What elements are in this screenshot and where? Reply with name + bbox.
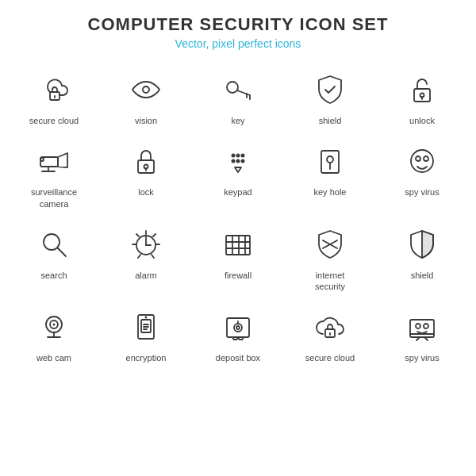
svg-line-41 [152,255,154,258]
svg-point-75 [424,324,428,328]
keypad-label: keypad [224,186,251,198]
secure-cloud2-icon [309,306,351,347]
svg-rect-57 [141,320,151,332]
icon-cell-deposit-box: deposit box [192,298,284,370]
lock-label: lock [138,186,154,198]
svg-point-20 [241,154,245,158]
svg-rect-66 [233,337,237,340]
shield-half-label: shield [411,270,434,281]
vision-label: vision [135,115,157,126]
svg-point-2 [143,86,149,93]
lock-icon [125,140,167,182]
svg-line-4 [237,90,250,95]
svg-point-23 [241,159,245,163]
key-icon [217,69,259,110]
shield-check-icon [309,69,351,110]
svg-point-21 [232,159,236,163]
svg-point-3 [227,82,238,93]
firewall-icon [217,224,259,265]
web-cam-icon [33,306,75,347]
icon-cell-encryption: encryption [100,298,192,370]
page-title: COMPUTER SECURITY ICON SET [88,14,389,35]
icon-cell-secure-cloud: secure cloud [8,61,100,132]
icon-cell-lock: lock [100,132,192,216]
internet-security-label: internetsecurity [315,270,345,293]
surveillance-camera-icon [33,140,75,182]
secure-cloud-icon [33,69,75,110]
icon-cell-vision: vision [100,61,192,132]
spy-virus2-label: spy virus [405,352,439,363]
keypad-icon [217,140,259,182]
vision-icon [125,69,167,110]
deposit-box-icon [217,306,259,347]
secure-cloud2-label: secure cloud [305,352,355,363]
page-subtitle: Vector, pixel perfect icons [88,37,389,50]
svg-point-19 [236,154,240,158]
encryption-icon [125,306,167,347]
search-icon [33,224,75,265]
svg-point-29 [424,156,428,161]
unlock-label: unlock [409,115,435,126]
svg-line-34 [136,234,139,236]
icon-grid: secure cloud vision key [8,61,468,370]
icon-cell-web-cam: web cam [8,298,100,370]
svg-rect-67 [239,337,243,340]
svg-marker-11 [58,153,67,167]
icon-cell-key-hole: key hole [284,132,376,216]
secure-cloud-label: secure cloud [29,115,79,126]
icon-cell-search: search [8,216,100,299]
encryption-label: encryption [126,352,167,363]
icon-cell-shield-half: shield [376,216,468,299]
icon-cell-unlock: unlock [376,61,468,132]
internet-security-icon [309,224,351,265]
key-label: key [231,115,244,126]
svg-point-25 [327,156,333,163]
svg-point-63 [234,324,242,332]
svg-point-18 [232,154,236,158]
icon-cell-shield-check: shield [284,61,376,132]
key-hole-label: key hole [314,186,347,198]
icon-cell-keypad: keypad [192,132,284,216]
svg-point-55 [53,324,56,326]
icon-cell-spy-virus2: spy virus [376,298,468,370]
deposit-box-label: deposit box [216,352,260,363]
icon-cell-firewall: firewall [192,216,284,299]
icon-cell-key: key [192,61,284,132]
svg-line-31 [58,248,67,256]
svg-point-22 [236,159,240,163]
alarm-label: alarm [135,270,157,281]
shield-half-icon [401,224,443,265]
icon-cell-surveillance-camera: surveillancecamera [8,132,100,216]
svg-point-64 [236,326,240,329]
spy-virus-icon [401,140,443,182]
firewall-label: firewall [225,270,251,281]
svg-point-28 [416,156,420,161]
shield-check-label: shield [319,115,342,126]
svg-point-74 [416,324,420,328]
page-header: COMPUTER SECURITY ICON SET Vector, pixel… [88,0,389,55]
unlock-icon [401,69,443,110]
web-cam-label: web cam [36,352,71,363]
svg-line-33 [153,234,155,236]
icon-cell-alarm: alarm [100,216,192,299]
svg-point-61 [145,317,148,319]
alarm-icon [125,224,167,265]
svg-rect-42 [226,236,250,255]
svg-point-14 [40,158,44,161]
icon-cell-internet-security: internetsecurity [284,216,376,299]
key-hole-icon [309,140,351,182]
svg-line-40 [138,255,140,258]
search-label: search [40,270,67,281]
surveillance-camera-label: surveillancecamera [31,186,77,209]
spy-virus-label: spy virus [405,186,439,198]
icon-cell-spy-virus: spy virus [376,132,468,216]
icon-cell-secure-cloud2: secure cloud [284,298,376,370]
spy-virus2-icon [401,306,443,347]
